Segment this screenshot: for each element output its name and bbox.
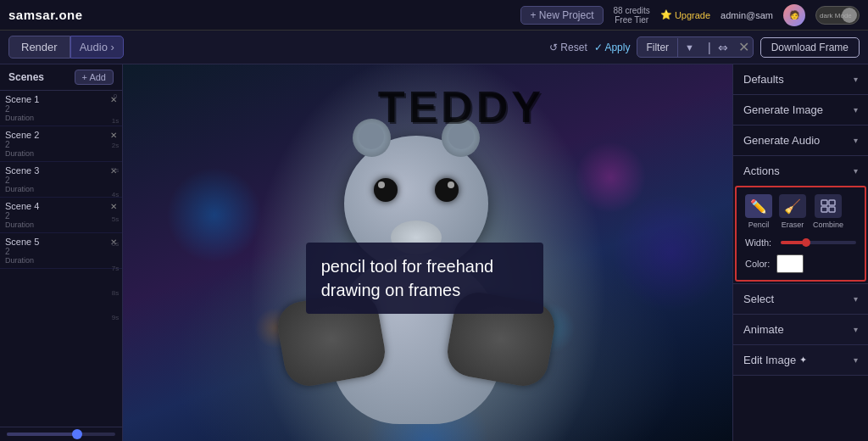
scene-name: Scene 1 xyxy=(5,94,108,104)
star-icon: ⭐ xyxy=(660,9,672,20)
render-audio-group: Render Audio › xyxy=(8,36,124,59)
select-label: Select xyxy=(743,293,774,305)
canvas-image[interactable]: TEDDY pencil tool for freehand drawing o… xyxy=(123,64,732,441)
filter-label: Filter xyxy=(637,38,678,57)
toolbar: Render Audio › ↺ Reset ✓ Apply Filter ▼ … xyxy=(0,31,868,64)
scene-name: Scene 2 xyxy=(5,130,108,140)
playhead-thumb[interactable] xyxy=(72,429,82,439)
app-logo: samsar.one xyxy=(8,8,83,22)
svg-rect-2 xyxy=(821,207,827,212)
filter-icon-1[interactable]: | xyxy=(706,39,713,56)
scene-num: 2 xyxy=(5,176,117,185)
filter-dropdown-arrow[interactable]: ▼ xyxy=(678,39,701,56)
pencil-label: Pencil xyxy=(748,220,770,229)
render-button[interactable]: Render xyxy=(8,36,70,59)
list-item: Scene 5 ✕ 2 Duration xyxy=(0,233,122,269)
width-thumb xyxy=(802,238,810,247)
width-label: Width: xyxy=(745,237,776,248)
defaults-header[interactable]: Defaults ▾ xyxy=(733,64,868,94)
list-item: Scene 4 ✕ 2 Duration xyxy=(0,198,122,233)
generate-image-section: Generate Image ▾ xyxy=(733,95,868,126)
reset-button[interactable]: ↺ Reset xyxy=(549,42,587,53)
generate-audio-header[interactable]: Generate Audio ▾ xyxy=(733,126,868,155)
list-item: Scene 2 ✕ 2 Duration xyxy=(0,126,122,162)
eraser-tool[interactable]: 🧹 Eraser xyxy=(779,194,806,229)
dark-mode-label: dark Mode xyxy=(820,11,852,19)
eraser-icon: 🧹 xyxy=(779,194,806,218)
audio-button[interactable]: Audio › xyxy=(70,36,124,59)
scene-close[interactable]: ✕ xyxy=(110,166,117,176)
generate-image-header[interactable]: Generate Image ▾ xyxy=(733,95,868,125)
scenes-list: Scene 1 ✕ 2 Duration Scene 2 ✕ 2 Duratio… xyxy=(0,91,122,427)
edit-image-label: Edit Image ✦ xyxy=(743,354,807,366)
edit-image-header[interactable]: Edit Image ✦ ▾ xyxy=(733,345,868,375)
top-bar: samsar.one + New Project 88 credits Free… xyxy=(0,0,868,31)
filter-swap-icon[interactable]: ⇔ xyxy=(716,39,730,56)
top-bar-right: + New Project 88 credits Free Tier ⭐ Upg… xyxy=(520,4,860,26)
list-item: Scene 1 ✕ 2 Duration xyxy=(0,91,122,126)
pencil-icon: ✏️ xyxy=(745,194,772,218)
add-scene-button[interactable]: + Add xyxy=(75,70,114,85)
animate-header[interactable]: Animate ▾ xyxy=(733,315,868,344)
scene-name: Scene 4 xyxy=(5,201,108,211)
playhead-area xyxy=(0,427,122,441)
actions-header[interactable]: Actions ▾ xyxy=(733,156,868,186)
color-row: Color: xyxy=(745,254,856,273)
edit-image-chevron: ▾ xyxy=(854,355,858,365)
sparkle-icon: ✦ xyxy=(799,354,807,366)
pencil-tool[interactable]: ✏️ Pencil xyxy=(745,194,772,229)
generate-image-chevron: ▾ xyxy=(854,105,858,114)
tier-label: Free Tier xyxy=(614,15,650,25)
scene-duration: Duration xyxy=(5,185,117,193)
actions-chevron: ▾ xyxy=(854,166,858,176)
scene-duration: Duration xyxy=(5,149,117,158)
scene-close[interactable]: ✕ xyxy=(110,95,117,104)
combine-label: Combine xyxy=(813,220,843,229)
avatar[interactable]: 🧑 xyxy=(783,4,805,26)
width-slider[interactable] xyxy=(781,241,856,244)
scene-num: 2 xyxy=(5,140,117,149)
generate-audio-chevron: ▾ xyxy=(854,136,858,145)
edit-image-section: Edit Image ✦ ▾ xyxy=(733,345,868,376)
credits-box: 88 credits Free Tier xyxy=(614,6,650,25)
scene-name: Scene 3 xyxy=(5,165,108,176)
scene-num: 2 xyxy=(5,247,117,256)
credits-amount: 88 credits xyxy=(614,6,650,15)
svg-rect-3 xyxy=(829,207,835,212)
width-row: Width: xyxy=(745,237,856,248)
scene-duration: Duration xyxy=(5,256,117,265)
scene-name: Scene 5 xyxy=(5,237,108,247)
main-layout: Scenes + Add Scene 1 ✕ 2 Duration Scene … xyxy=(0,64,868,441)
animate-chevron: ▾ xyxy=(854,325,858,334)
upgrade-button[interactable]: ⭐ Upgrade xyxy=(660,9,710,20)
filter-close-button[interactable]: ✕ xyxy=(735,37,753,57)
actions-content: ✏️ Pencil 🧹 Eraser xyxy=(735,186,866,282)
color-swatch[interactable] xyxy=(776,254,804,273)
filter-icons: | ⇔ xyxy=(701,39,735,56)
list-item: Scene 3 ✕ 2 Duration xyxy=(0,162,122,198)
scenes-header: Scenes + Add xyxy=(0,64,122,91)
scene-duration: Duration xyxy=(5,114,117,122)
new-project-button[interactable]: + New Project xyxy=(520,6,603,25)
download-frame-button[interactable]: Download Frame xyxy=(760,37,860,58)
scene-close[interactable]: ✕ xyxy=(110,202,117,211)
select-chevron: ▾ xyxy=(854,294,858,304)
canvas-area: TEDDY pencil tool for freehand drawing o… xyxy=(123,64,732,441)
scene-duration: Duration xyxy=(5,220,117,229)
scene-close[interactable]: ✕ xyxy=(110,131,117,140)
apply-button[interactable]: ✓ Apply xyxy=(594,42,631,53)
avatar-icon: 🧑 xyxy=(789,10,799,20)
svg-rect-1 xyxy=(829,200,835,205)
select-header[interactable]: Select ▾ xyxy=(733,284,868,314)
color-label: Color: xyxy=(745,259,770,269)
right-panel: Defaults ▾ Generate Image ▾ Generate Aud… xyxy=(732,64,868,441)
svg-rect-0 xyxy=(821,200,827,205)
dark-mode-toggle[interactable]: dark Mode xyxy=(815,6,860,25)
audio-label: Audio › xyxy=(80,41,114,53)
playhead-slider[interactable] xyxy=(7,433,115,436)
admin-name: admin@sam xyxy=(721,10,773,20)
scene-close[interactable]: ✕ xyxy=(110,237,117,247)
animate-label: Animate xyxy=(743,323,784,336)
combine-tool[interactable]: Combine xyxy=(813,194,843,229)
combine-icon xyxy=(815,194,842,218)
